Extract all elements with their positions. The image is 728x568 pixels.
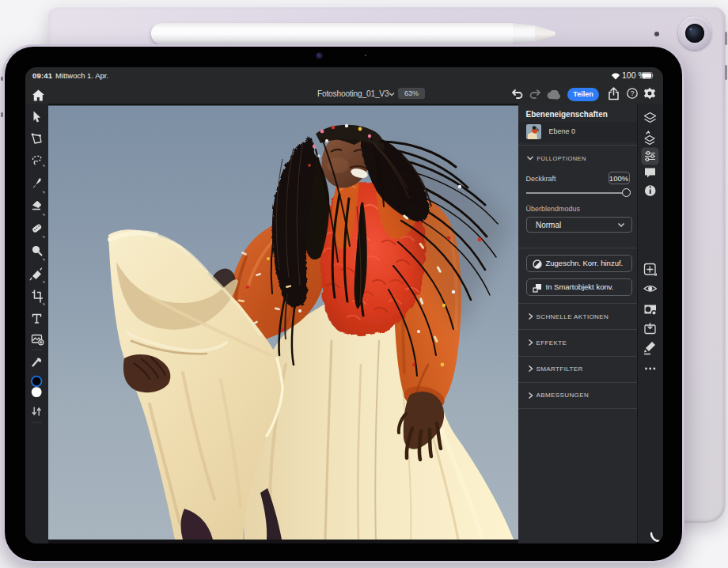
svg-text:?: ?	[630, 89, 634, 97]
